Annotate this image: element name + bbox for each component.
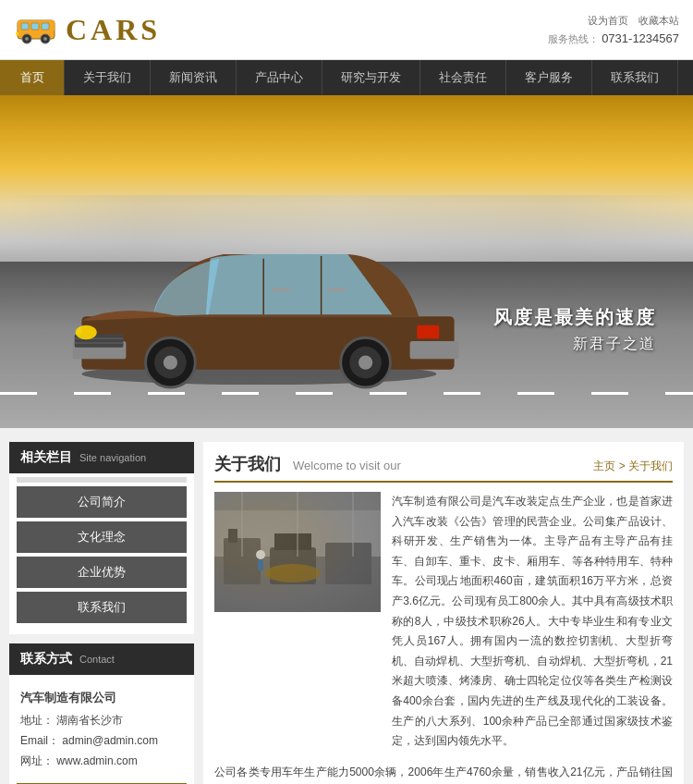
svg-point-8 [43, 37, 47, 41]
svg-rect-4 [42, 23, 49, 30]
favorite-link[interactable]: 收藏本站 [638, 15, 679, 26]
nav-item-home[interactable]: 首页 [0, 60, 65, 95]
banner-slogan-2: 新君子之道 [493, 335, 656, 354]
main-content: 相关栏目 Site navigation 公司简介 文化理念 企业优势 联系我们… [0, 428, 693, 784]
svg-point-25 [359, 355, 372, 369]
banner-slogan-1: 风度是最美的速度 [493, 305, 656, 330]
svg-rect-12 [81, 316, 454, 370]
header-links: 设为首页 收藏本站 [548, 14, 679, 28]
contact-address: 地址： 湖南省长沙市 [20, 711, 183, 731]
nav-item-service[interactable]: 客户服务 [506, 60, 592, 95]
company-name: 汽车制造有限公司 [20, 687, 183, 708]
main-nav: 首页 关于我们 新闻资讯 产品中心 研究与开发 社会责任 客户服务 联系我们 [0, 60, 693, 95]
sidebar-contact-title-zh: 联系方式 [20, 651, 72, 668]
breadcrumb-home[interactable]: 主页 [593, 459, 615, 472]
banner-text: 风度是最美的速度 新君子之道 [493, 305, 656, 354]
sidebar-nav-title-en: Site navigation [79, 452, 146, 463]
svg-rect-2 [21, 23, 29, 30]
svg-rect-29 [328, 288, 346, 291]
banner-car [46, 206, 490, 391]
content-title-zh: 关于我们 [214, 455, 281, 473]
svg-point-6 [25, 37, 29, 41]
svg-point-37 [265, 564, 321, 582]
nav-item-contact[interactable]: 联系我们 [592, 60, 678, 95]
phone-row: 服务热线： 0731-1234567 [548, 31, 679, 46]
content-header: 关于我们 Welcome to visit our 主页 > 关于我们 [214, 453, 673, 483]
nav-item-csr[interactable]: 社会责任 [420, 60, 506, 95]
sidebar-item-company[interactable]: 公司简介 [17, 486, 187, 518]
breadcrumb: 主页 > 关于我们 [593, 459, 673, 474]
address-label: 地址： [20, 714, 54, 727]
logo-icon [14, 11, 58, 48]
about-text-1: 汽车制造有限公司是汽车改装定点生产企业，也是首家进入汽车改装《公告》管理的民营企… [392, 492, 673, 752]
svg-rect-35 [274, 533, 311, 550]
nav-item-about[interactable]: 关于我们 [65, 60, 151, 95]
website-label: 网址： [20, 754, 54, 767]
contact-website: 网址： www.admin.com [20, 752, 183, 772]
email-value: admin@admin.com [62, 734, 158, 747]
sidebar-nav-title: 相关栏目 Site navigation [9, 442, 194, 473]
sidebar: 相关栏目 Site navigation 公司简介 文化理念 企业优势 联系我们… [9, 442, 194, 784]
set-home-link[interactable]: 设为首页 [588, 15, 628, 26]
sidebar-item-advantage[interactable]: 企业优势 [17, 557, 187, 588]
sidebar-nav-title-zh: 相关栏目 [20, 449, 72, 466]
svg-point-18 [76, 325, 97, 339]
sidebar-contact-section: 联系方式 Contact 汽车制造有限公司 地址： 湖南省长沙市 Email： … [9, 643, 194, 784]
header: CARS 设为首页 收藏本站 服务热线： 0731-1234567 [0, 0, 693, 60]
logo-area: CARS [14, 11, 161, 48]
about-image [214, 492, 381, 612]
address-value: 湖南省长沙市 [56, 714, 123, 727]
breadcrumb-current: 关于我们 [628, 459, 673, 472]
svg-rect-28 [273, 288, 290, 291]
logo-text: CARS [66, 13, 161, 47]
svg-rect-10 [16, 32, 18, 35]
banner-road-lines [0, 392, 693, 395]
svg-rect-14 [410, 341, 459, 359]
sidebar-item-culture[interactable]: 文化理念 [17, 521, 187, 553]
content-area: 关于我们 Welcome to visit our 主页 > 关于我们 [203, 442, 684, 784]
phone-label: 服务热线： [548, 33, 599, 44]
sidebar-item-contact[interactable]: 联系我们 [17, 592, 187, 623]
sidebar-contact-title: 联系方式 Contact [9, 643, 194, 675]
about-flex: 汽车制造有限公司是汽车改装定点生产企业，也是首家进入汽车改装《公告》管理的民营企… [214, 492, 673, 752]
nav-item-news[interactable]: 新闻资讯 [151, 60, 237, 95]
contact-info: 汽车制造有限公司 地址： 湖南省长沙市 Email： admin@admin.c… [9, 682, 194, 776]
content-title: 关于我们 Welcome to visit our [214, 453, 401, 475]
email-label: Email： [20, 734, 59, 747]
svg-rect-19 [417, 325, 439, 338]
sidebar-contact-title-en: Contact [79, 654, 115, 665]
svg-rect-33 [228, 529, 237, 543]
banner: 风度是最美的速度 新君子之道 [0, 95, 693, 428]
svg-rect-39 [258, 559, 263, 570]
breadcrumb-separator: > [619, 459, 628, 472]
content-title-en: Welcome to visit our [293, 459, 401, 472]
header-right: 设为首页 收藏本站 服务热线： 0731-1234567 [548, 14, 679, 46]
svg-rect-3 [31, 23, 39, 30]
contact-email: Email： admin@admin.com [20, 731, 183, 752]
nav-item-rd[interactable]: 研究与开发 [322, 60, 420, 95]
sidebar-nav-section: 相关栏目 Site navigation 公司简介 文化理念 企业优势 联系我们 [9, 442, 194, 634]
svg-point-38 [256, 550, 265, 559]
header-phone: 0731-1234567 [602, 31, 679, 45]
website-value: www.admin.com [56, 754, 137, 767]
svg-rect-36 [325, 543, 371, 584]
nav-item-products[interactable]: 产品中心 [237, 60, 322, 95]
about-text-2: 公司各类专用车年生产能力5000余辆，2006年生产4760余量，销售收入21亿… [214, 763, 673, 784]
svg-point-22 [164, 355, 177, 369]
